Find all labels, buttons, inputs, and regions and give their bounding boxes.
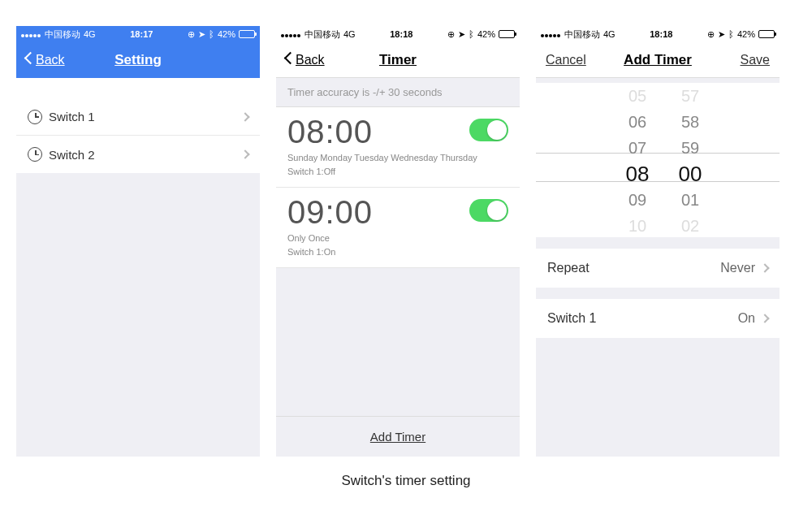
timer-days: Only Once — [287, 232, 508, 245]
location-icon: ⊕ — [188, 29, 195, 40]
status-bar: 中国移动 4G 18:18 ⊕ ➤ ᛒ 42% — [536, 26, 780, 42]
nav-bar: Back Timer — [276, 42, 520, 78]
timer-item[interactable]: 08:00 Sunday Monday Tuesday Wednesday Th… — [276, 107, 520, 188]
timer-action: Switch 1:Off — [287, 166, 508, 178]
switch1-value: On — [738, 311, 755, 326]
timer-action: Switch 1:On — [287, 246, 508, 258]
battery-icon — [758, 30, 775, 38]
carrier-label: 中国移动 — [564, 28, 600, 41]
accuracy-notice: Timer accuracy is -/+ 30 seconds — [276, 78, 520, 107]
status-time: 18:18 — [390, 29, 412, 39]
timer-toggle[interactable] — [469, 119, 508, 141]
battery-icon — [239, 30, 255, 38]
save-button[interactable]: Save — [741, 53, 770, 67]
list-item-switch2[interactable]: Switch 2 — [16, 136, 260, 173]
status-bar: 中国移动 4G 18:17 ⊕ ➤ ᛒ 42% — [16, 26, 260, 42]
page-title: Setting — [114, 52, 162, 68]
page-title: Timer — [379, 52, 417, 68]
switch1-label: Switch 1 — [547, 311, 596, 326]
chevron-right-icon — [760, 263, 769, 272]
nav-bar: Cancel Add Timer Save — [536, 42, 780, 78]
back-button[interactable]: Back — [286, 53, 325, 67]
signal-dots-icon — [281, 29, 301, 39]
switch1-row[interactable]: Switch 1 On — [536, 299, 780, 338]
list-item-switch1[interactable]: Switch 1 — [16, 98, 260, 136]
switch-list: Switch 1 Switch 2 — [16, 98, 260, 173]
signal-dots-icon — [21, 29, 41, 39]
back-button[interactable]: Back — [26, 53, 65, 67]
back-label: Back — [296, 53, 325, 67]
switch-label: Switch 2 — [49, 148, 95, 162]
repeat-label: Repeat — [547, 261, 590, 275]
page-title: Add Timer — [624, 52, 692, 68]
timer-toggle[interactable] — [469, 199, 508, 222]
status-bar: 中国移动 4G 18:18 ⊕ ➤ ᛒ 42% — [276, 26, 520, 42]
carrier-label: 中国移动 — [304, 28, 340, 41]
nav-arrow-icon: ➤ — [198, 29, 205, 40]
timer-item[interactable]: 09:00 Only Once Switch 1:On — [276, 188, 520, 268]
battery-percent: 42% — [477, 29, 495, 39]
screen-setting: 中国移动 4G 18:17 ⊕ ➤ ᛒ 42% Back Setting — [16, 26, 260, 457]
screen-timer: 中国移动 4G 18:18 ⊕ ➤ ᛒ 42% Back Timer — [276, 26, 520, 457]
bluetooth-icon: ᛒ — [728, 29, 734, 39]
nav-bar: Back Setting — [16, 42, 260, 78]
switch-label: Switch 1 — [49, 110, 95, 123]
battery-percent: 42% — [737, 29, 755, 39]
chevron-right-icon — [760, 314, 769, 323]
time-picker[interactable]: 05 06 07 08 09 10 57 58 59 00 01 02 — [536, 83, 780, 237]
battery-percent: 42% — [218, 29, 235, 39]
cancel-button[interactable]: Cancel — [546, 53, 586, 67]
chevron-right-icon — [240, 112, 249, 121]
network-label: 4G — [84, 29, 96, 39]
timer-days: Sunday Monday Tuesday Wednesday Thursday — [287, 152, 508, 164]
add-timer-button[interactable]: Add Timer — [276, 416, 520, 457]
picker-minutes[interactable]: 57 58 59 00 01 02 — [666, 83, 715, 237]
location-icon: ⊕ — [447, 29, 455, 40]
nav-arrow-icon: ➤ — [458, 29, 465, 40]
location-icon: ⊕ — [707, 29, 715, 40]
back-label: Back — [36, 53, 65, 67]
chevron-left-icon — [26, 54, 34, 67]
signal-dots-icon — [541, 29, 561, 39]
chevron-left-icon — [286, 54, 294, 67]
nav-arrow-icon: ➤ — [718, 29, 725, 40]
status-time: 18:18 — [650, 29, 672, 39]
figure-caption: Switch's timer setting — [0, 473, 812, 489]
network-label: 4G — [343, 29, 356, 39]
picker-hours[interactable]: 05 06 07 08 09 10 — [613, 83, 662, 237]
clock-icon — [28, 110, 42, 124]
repeat-value: Never — [720, 261, 755, 275]
network-label: 4G — [603, 29, 615, 39]
status-time: 18:17 — [130, 29, 153, 39]
battery-icon — [499, 30, 515, 38]
chevron-right-icon — [240, 149, 249, 158]
carrier-label: 中国移动 — [45, 28, 80, 41]
screen-add-timer: 中国移动 4G 18:18 ⊕ ➤ ᛒ 42% Cancel Add Timer… — [536, 26, 780, 457]
repeat-row[interactable]: Repeat Never — [536, 249, 780, 288]
bluetooth-icon: ᛒ — [209, 29, 214, 39]
bluetooth-icon: ᛒ — [469, 29, 474, 39]
clock-icon — [28, 147, 42, 162]
